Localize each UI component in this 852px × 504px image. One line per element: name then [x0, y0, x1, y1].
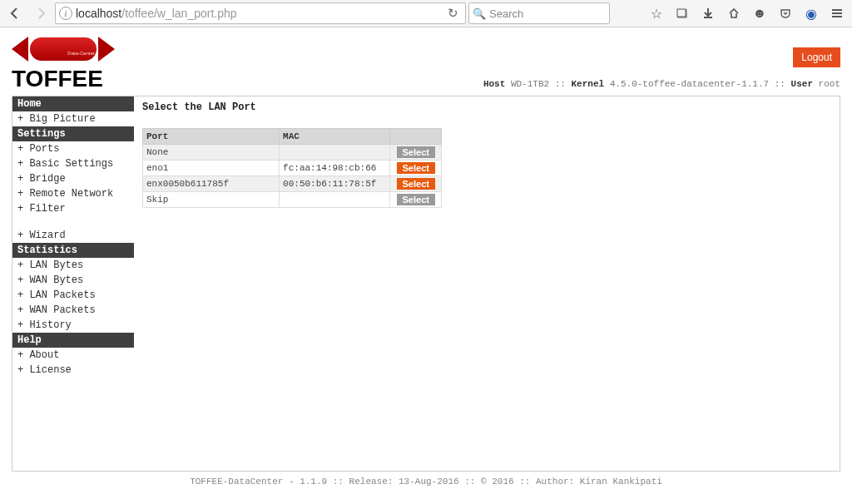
downloads-icon[interactable]: [696, 2, 720, 24]
action-cell: Select: [390, 161, 442, 176]
table-row: NoneSelect: [143, 145, 442, 161]
port-cell: enx0050b611785f: [143, 176, 280, 192]
url-bar[interactable]: i localhost/toffee/w_lan_port.php ↻: [55, 2, 466, 24]
sidebar-item-license[interactable]: License: [12, 363, 134, 378]
port-cell: eno1: [143, 161, 280, 176]
browser-toolbar: i localhost/toffee/w_lan_port.php ↻ 🔍 Se…: [0, 0, 852, 27]
sidebar-item-lan-packets[interactable]: LAN Packets: [12, 288, 134, 303]
info-icon[interactable]: i: [59, 7, 72, 20]
sidebar-item-filter[interactable]: Filter: [12, 201, 134, 216]
sidebar: Home Big Picture Settings Ports Basic Se…: [12, 96, 134, 471]
mac-cell: fc:aa:14:98:cb:66: [280, 161, 390, 176]
back-button[interactable]: [3, 2, 27, 24]
col-port: Port: [143, 129, 280, 145]
port-cell: None: [143, 145, 280, 161]
content: Home Big Picture Settings Ports Basic Se…: [12, 96, 840, 472]
select-button[interactable]: Select: [397, 194, 435, 205]
footer: TOFFEE-DataCenter - 1.1.9 :: Release: 13…: [0, 472, 852, 492]
main-area: Select the LAN Port Port MAC NoneSelecte…: [134, 96, 840, 471]
page-header: Data-Center TOFFEE Logout Host WD-1TB2 :…: [0, 27, 852, 91]
sidebar-item-wizard[interactable]: Wizard: [12, 228, 134, 243]
port-table: Port MAC NoneSelecteno1fc:aa:14:98:cb:66…: [142, 128, 442, 208]
sidebar-item-basic-settings[interactable]: Basic Settings: [12, 156, 134, 171]
home-icon[interactable]: [722, 2, 746, 24]
search-icon: 🔍: [473, 7, 486, 20]
menu-icon[interactable]: [825, 2, 849, 24]
bookmark-icon[interactable]: ☆: [645, 2, 668, 24]
sidebar-header-statistics: Statistics: [12, 243, 134, 258]
logo: Data-Center TOFFEE: [12, 32, 133, 91]
smile-icon[interactable]: ☻: [748, 2, 771, 24]
sidebar-item-history[interactable]: History: [12, 318, 134, 333]
sidebar-item-wan-bytes[interactable]: WAN Bytes: [12, 273, 134, 288]
library-icon[interactable]: [671, 2, 694, 24]
logout-button[interactable]: Logout: [793, 47, 840, 67]
url-text: localhost/toffee/w_lan_port.php: [76, 7, 441, 20]
sidebar-item-about[interactable]: About: [12, 348, 134, 363]
action-cell: Select: [390, 145, 442, 161]
refresh-icon[interactable]: ↻: [444, 6, 462, 21]
select-button[interactable]: Select: [397, 146, 435, 158]
pocket-icon[interactable]: [774, 2, 797, 24]
table-row: SkipSelect: [143, 192, 442, 208]
logo-text: TOFFEE: [12, 67, 133, 91]
sidebar-item-big-picture[interactable]: Big Picture: [12, 111, 134, 126]
forward-button: [29, 2, 52, 24]
sidebar-header-settings: Settings: [12, 126, 134, 141]
globe-icon[interactable]: ◉: [800, 2, 823, 24]
search-box[interactable]: 🔍 Search: [468, 2, 610, 24]
col-action: [390, 129, 442, 145]
sidebar-item-lan-bytes[interactable]: LAN Bytes: [12, 258, 134, 273]
port-cell: Skip: [143, 192, 280, 208]
sidebar-item-ports[interactable]: Ports: [12, 141, 134, 156]
search-placeholder: Search: [489, 7, 523, 20]
mac-cell: 00:50:b6:11:78:5f: [280, 176, 390, 192]
sidebar-item-bridge[interactable]: Bridge: [12, 171, 134, 186]
sidebar-header-home[interactable]: Home: [12, 96, 134, 111]
svg-rect-1: [677, 9, 686, 17]
mac-cell: [280, 192, 390, 208]
mac-cell: [280, 145, 390, 161]
select-button[interactable]: Select: [397, 162, 435, 174]
action-cell: Select: [390, 192, 442, 208]
select-button[interactable]: Select: [397, 178, 435, 190]
col-mac: MAC: [280, 129, 390, 145]
sidebar-header-help: Help: [12, 333, 134, 348]
page-title: Select the LAN Port: [142, 101, 831, 113]
host-info: Host WD-1TB2 :: Kernel 4.5.0-toffee-data…: [483, 79, 840, 89]
action-cell: Select: [390, 176, 442, 192]
sidebar-item-wan-packets[interactable]: WAN Packets: [12, 303, 134, 318]
table-row: enx0050b611785f00:50:b6:11:78:5fSelect: [143, 176, 442, 192]
table-row: eno1fc:aa:14:98:cb:66Select: [143, 161, 442, 176]
sidebar-item-remote-network[interactable]: Remote Network: [12, 186, 134, 201]
